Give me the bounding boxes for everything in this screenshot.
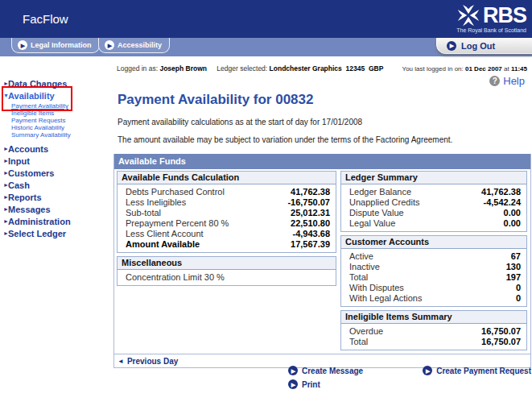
ledger-name: Londchester Graphics 12345 GBP xyxy=(270,64,384,72)
arrow-right-icon: ▶ xyxy=(447,41,456,51)
stat-row: Total 197 xyxy=(341,272,526,283)
sidebar-item[interactable]: ► Messages xyxy=(0,203,113,215)
ledger-summary-box: Ledger Summary Ledger Balance 41,762.38 … xyxy=(340,171,527,232)
last-login-info: You last logged in on: 01 Dec 2007 at 11… xyxy=(402,65,527,72)
available-funds-calculation-box: Available Funds Calculation Debts Purcha… xyxy=(117,171,336,253)
chevron-right-icon: ► xyxy=(0,206,8,212)
sidebar-item[interactable]: ► Customers xyxy=(0,167,113,179)
chevron-right-icon: ► xyxy=(0,81,8,86)
help-label: Help xyxy=(503,75,525,87)
sidebar-subitem[interactable]: Summary Availability xyxy=(11,131,113,139)
stat-row: Total 16,750.07 xyxy=(341,337,526,347)
stat-row: Dispute Value 0.00 xyxy=(341,208,526,218)
panel-title: Available Funds xyxy=(114,154,530,169)
stat-row: Concentration Limit 30 % xyxy=(118,272,336,283)
ineligible-items-summary-box: Ineligible Items Summary Overdue 16,750.… xyxy=(340,310,527,350)
arrow-right-icon: ▶ xyxy=(423,366,432,375)
accessibility-tab[interactable]: ▶ Accessibility xyxy=(98,38,170,53)
box-title: Ineligible Items Summary xyxy=(341,311,526,324)
arrow-right-icon: ▶ xyxy=(18,40,27,50)
availability-highlight-box xyxy=(2,86,72,111)
stat-row: Prepayment Percent 80 % 22,510.80 xyxy=(118,218,336,229)
stat-row: Less Ineligibles -16,750.07 xyxy=(118,197,336,208)
session-info: Logged in as: Joseph Brown Ledger select… xyxy=(117,64,383,72)
chevron-right-icon: ► xyxy=(0,170,8,176)
intro-line-1: Payment availability calculations as at … xyxy=(118,118,362,126)
chevron-right-icon: ► xyxy=(0,230,8,236)
create-message-link[interactable]: ▶ Create Message xyxy=(288,366,363,375)
help-icon: ? xyxy=(489,76,500,86)
create-payment-request-link[interactable]: ▶ Create Payment Request xyxy=(423,366,531,375)
page-title: Payment Availability for 00832 xyxy=(118,92,313,108)
sidebar-item[interactable]: ► Input xyxy=(0,155,113,167)
arrow-left-icon: ◄ xyxy=(118,358,124,365)
chevron-right-icon: ► xyxy=(0,194,8,200)
sidebar-item[interactable]: ► Administration xyxy=(0,215,113,227)
sidebar-item[interactable]: ► Accounts xyxy=(0,143,113,155)
log-out-tab[interactable]: ▶ Log Out xyxy=(436,38,532,54)
box-title: Miscellaneous xyxy=(118,257,336,270)
legal-information-tab[interactable]: ▶ Legal Information xyxy=(11,38,100,53)
arrow-right-icon: ▶ xyxy=(105,40,114,50)
box-title: Customer Accounts xyxy=(341,236,526,249)
log-out-label: Log Out xyxy=(461,41,495,51)
chevron-right-icon: ► xyxy=(0,182,8,188)
stat-row: Active 67 xyxy=(341,251,526,262)
stat-row: With Legal Actions 0 xyxy=(341,293,526,304)
sidebar-subitem[interactable]: Payment Requests xyxy=(11,117,113,124)
sidebar-item[interactable]: ► Reports xyxy=(0,191,113,203)
stat-row: Sub-total 25,012.31 xyxy=(118,208,336,218)
rbs-brand: RBS The Royal Bank of Scotland xyxy=(456,4,526,33)
stat-row: Legal Value 0.00 xyxy=(341,218,526,229)
available-funds-panel: Available Funds Available Funds Calculat… xyxy=(113,154,531,368)
box-title: Available Funds Calculation xyxy=(118,172,336,184)
stat-row: Overdue 16,750.07 xyxy=(341,326,526,337)
legal-information-label: Legal Information xyxy=(31,41,92,49)
chevron-right-icon: ► xyxy=(0,158,8,164)
arrow-right-icon: ▶ xyxy=(288,366,298,375)
sidebar-item[interactable]: ► Select Ledger xyxy=(0,227,113,239)
print-link[interactable]: ▶ Print xyxy=(288,379,363,389)
sidebar-item[interactable]: ► Cash xyxy=(0,179,113,191)
user-name: Joseph Brown xyxy=(159,64,207,72)
sidebar-subitem[interactable]: Historic Availability xyxy=(11,124,113,131)
customer-accounts-box: Customer Accounts Active 67 Inactive 130 xyxy=(340,235,527,307)
help-link[interactable]: ? Help xyxy=(489,75,525,87)
chevron-right-icon: ► xyxy=(0,218,8,224)
app-title: FacFlow xyxy=(23,12,68,26)
sidebar-nav: ► Data Changes ▼ Availability Payment Av… xyxy=(0,77,113,239)
intro-line-2: The amount available may be subject to v… xyxy=(118,135,452,144)
box-title: Ledger Summary xyxy=(341,172,526,184)
chevron-right-icon: ► xyxy=(0,146,8,151)
stat-row: With Disputes 0 xyxy=(341,283,526,293)
accessibility-label: Accessibility xyxy=(118,41,162,49)
stat-row: Amount Available 17,567.39 xyxy=(118,239,336,250)
stat-row: Debts Purchased Control 41,762.38 xyxy=(118,187,336,197)
stat-row: Inactive 130 xyxy=(341,262,526,272)
stat-row: Less Client Account -4,943.68 xyxy=(118,229,336,239)
brand-tagline: The Royal Bank of Scotland xyxy=(456,27,526,33)
stat-row: Ledger Balance 41,762.38 xyxy=(341,187,526,197)
brand-name: RBS xyxy=(483,4,526,27)
app-header: FacFlow RBS The Royal Bank of Scotland xyxy=(0,0,532,38)
miscellaneous-box: Miscellaneous Concentration Limit 30 % xyxy=(117,256,336,286)
stat-row: Unapplied Credits -4,542.24 xyxy=(341,197,526,208)
rbs-daisy-icon xyxy=(457,4,480,27)
arrow-right-icon: ▶ xyxy=(288,379,298,389)
